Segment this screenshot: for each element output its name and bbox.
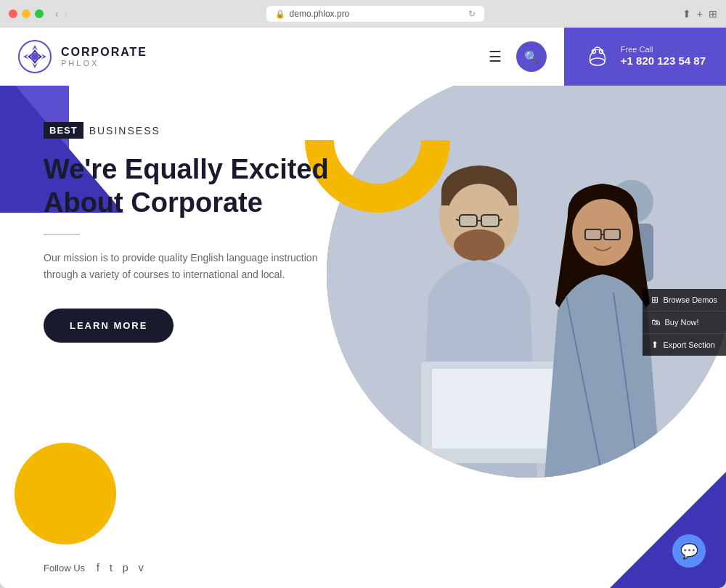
logo-icon <box>17 39 52 74</box>
hero-description: Our mission is to provide quality Englis… <box>44 250 319 282</box>
logo-sub: PHLOX <box>61 59 147 68</box>
svg-point-1 <box>31 53 38 60</box>
twitter-link[interactable]: t <box>110 562 113 573</box>
logo-name: CORPORATE <box>61 46 147 59</box>
url-text: demo.phlox.pro <box>290 9 350 19</box>
phone-icon <box>584 41 611 73</box>
pinterest-link[interactable]: p <box>123 562 129 573</box>
buy-now-tool[interactable]: 🛍 Buy Now! <box>643 311 726 334</box>
titlebar-center: 🔒 demo.phlox.pro ↻ <box>73 6 676 22</box>
browse-demos-label: Browse Demos <box>663 295 717 304</box>
address-bar[interactable]: 🔒 demo.phlox.pro ↻ <box>266 6 484 22</box>
chat-icon: 💬 <box>680 542 698 560</box>
export-section-icon: ⬆ <box>651 340 658 350</box>
learn-more-button[interactable]: LEARN MORE <box>44 309 174 343</box>
search-icon: 🔍 <box>524 50 539 64</box>
export-section-tool[interactable]: ⬆ Export Section <box>643 334 726 356</box>
svg-rect-15 <box>481 215 499 226</box>
hero-content: BEST BUSINSESS We're Equally Excited Abo… <box>44 122 329 343</box>
lock-icon: 🔒 <box>275 9 285 19</box>
hamburger-icon[interactable]: ☰ <box>489 48 502 65</box>
cta-label: Free Call <box>621 45 706 54</box>
buy-now-label: Buy Now! <box>664 318 698 327</box>
titlebar-right: ⬆ + ⊞ <box>682 8 717 20</box>
browse-demos-tool[interactable]: ⊞ Browse Demos <box>643 289 726 311</box>
site-header: CORPORATE PHLOX ☰ 🔍 <box>0 28 726 86</box>
social-links: f t p v <box>97 562 144 573</box>
svg-point-13 <box>454 229 505 261</box>
header-cta: Free Call +1 820 123 54 87 <box>564 28 726 86</box>
badge-best: BEST <box>44 122 83 139</box>
hero-badge: BEST BUSINSESS <box>44 122 160 139</box>
logo-text: CORPORATE PHLOX <box>61 46 147 68</box>
header-nav: ☰ 🔍 <box>165 28 564 86</box>
search-button[interactable]: 🔍 <box>516 41 547 72</box>
window-controls <box>9 9 44 18</box>
site-wrapper: CORPORATE PHLOX ☰ 🔍 <box>0 28 726 588</box>
svg-rect-14 <box>460 215 477 226</box>
buy-now-icon: 🛍 <box>651 317 660 327</box>
close-dot[interactable] <box>9 9 17 18</box>
purple-br-triangle <box>610 472 726 588</box>
hero-title-line2: About Corporate <box>44 187 263 218</box>
yellow-circle-shape <box>15 443 116 544</box>
svg-rect-23 <box>585 229 601 240</box>
newtab-icon[interactable]: + <box>697 8 703 20</box>
svg-point-4 <box>599 49 603 53</box>
browser-titlebar: ‹ › 🔒 demo.phlox.pro ↻ ⬆ + ⊞ <box>0 0 726 28</box>
cta-number: +1 820 123 54 87 <box>621 54 706 68</box>
vimeo-link[interactable]: v <box>139 562 144 573</box>
facebook-link[interactable]: f <box>97 562 99 573</box>
svg-point-3 <box>592 49 595 53</box>
svg-rect-24 <box>604 229 620 240</box>
grid-icon[interactable]: ⊞ <box>709 8 717 20</box>
svg-point-22 <box>572 199 633 266</box>
browse-demos-icon: ⊞ <box>651 295 658 305</box>
right-tools-panel: ⊞ Browse Demos 🛍 Buy Now! ⬆ Export Secti… <box>643 289 726 356</box>
follow-label: Follow Us <box>44 563 85 573</box>
hero-title-line1: We're Equally Excited <box>44 154 329 184</box>
share-icon[interactable]: ⬆ <box>682 8 691 20</box>
badge-rest: BUSINSESS <box>89 125 160 136</box>
refresh-icon[interactable]: ↻ <box>468 9 476 19</box>
back-icon[interactable]: ‹ <box>55 8 59 20</box>
logo-area: CORPORATE PHLOX <box>0 28 165 86</box>
site-footer: Follow Us f t p v <box>44 562 144 573</box>
forward-icon[interactable]: › <box>65 8 68 20</box>
minimize-dot[interactable] <box>22 9 30 18</box>
cta-text: Free Call +1 820 123 54 87 <box>621 45 706 68</box>
browser-window: ‹ › 🔒 demo.phlox.pro ↻ ⬆ + ⊞ <box>0 0 726 588</box>
svg-point-2 <box>590 58 605 65</box>
browser-content: CORPORATE PHLOX ☰ 🔍 <box>0 28 726 588</box>
hero-title: We're Equally Excited About Corporate <box>44 153 329 219</box>
export-section-label: Export Section <box>663 340 715 349</box>
chat-bubble[interactable]: 💬 <box>672 534 706 568</box>
maximize-dot[interactable] <box>35 9 44 18</box>
hero-divider <box>44 234 80 235</box>
